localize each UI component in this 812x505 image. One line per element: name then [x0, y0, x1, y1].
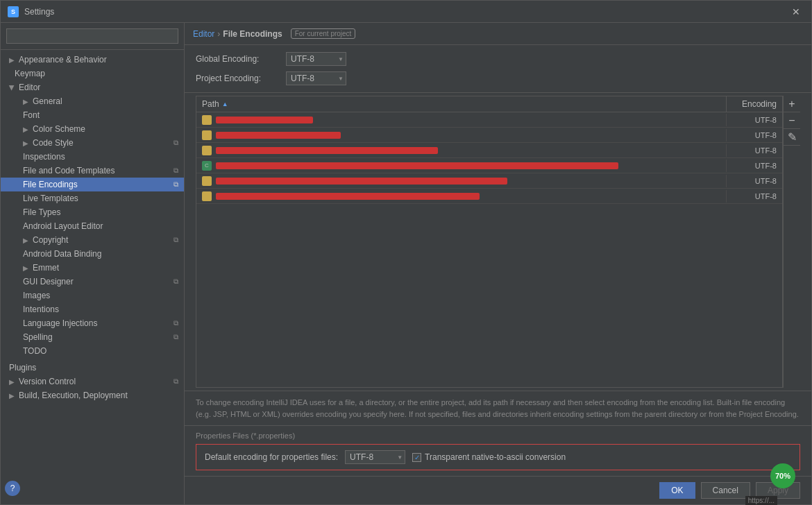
global-encoding-row: Global Encoding: UTF-8 UTF-16 ISO-8859-1 [196, 52, 800, 66]
sidebar-item-copyright[interactable]: ▶ Copyright ⧉ [1, 233, 184, 247]
sidebar-item-font[interactable]: Font [1, 108, 184, 122]
row-path [196, 144, 727, 157]
path-col-label: Path [202, 99, 219, 109]
help-button[interactable]: ? [5, 481, 20, 496]
sidebar-item-color-scheme[interactable]: ▶ Color Scheme [1, 122, 184, 136]
native-to-ascii-checkbox[interactable]: ✓ [412, 453, 421, 462]
row-path [196, 114, 727, 126]
sidebar-item-plugins[interactable]: Plugins [1, 361, 184, 375]
sidebar-item-label: Copyright [33, 235, 68, 245]
window-title: Settings [24, 7, 54, 17]
sidebar-item-keymap[interactable]: Keymap [1, 67, 184, 80]
add-button[interactable]: + [784, 96, 800, 112]
table-row[interactable]: UTF-8 [196, 173, 782, 189]
sidebar-item-general[interactable]: ▶ General [1, 94, 184, 108]
global-encoding-select[interactable]: UTF-8 UTF-16 ISO-8859-1 [286, 52, 346, 66]
breadcrumb-parent[interactable]: Editor [193, 29, 214, 39]
sidebar-item-label: Build, Execution, Deployment [19, 391, 128, 400]
row-encoding: UTF-8 [727, 160, 782, 171]
project-encoding-select[interactable]: UTF-8 UTF-16 ISO-8859-1 [286, 71, 346, 85]
checkbox-wrap: ✓ Transparent native-to-ascii conversion [412, 452, 566, 462]
sidebar-item-label: Color Scheme [33, 124, 85, 134]
row-path [196, 190, 727, 203]
copy-icon: ⧉ [174, 277, 178, 286]
properties-box: Default encoding for properties files: U… [196, 444, 800, 470]
sidebar-item-appearance[interactable]: ▶ Appearance & Behavior [1, 53, 184, 67]
sidebar-item-file-types[interactable]: File Types [1, 205, 184, 219]
sidebar-item-editor[interactable]: ▶ Editor [1, 80, 184, 94]
close-button[interactable]: ✕ [788, 5, 804, 19]
table-row[interactable]: UTF-8 [196, 128, 782, 143]
redacted-path [216, 193, 480, 200]
sidebar-item-code-style[interactable]: ▶ Code Style ⧉ [1, 136, 184, 150]
sidebar-item-label: Spelling [23, 332, 53, 342]
copy-icon: ⧉ [174, 333, 178, 341]
settings-tree: ▶ Appearance & Behavior Keymap ▶ Editor … [1, 50, 184, 482]
redacted-path [216, 117, 313, 123]
redacted-path [216, 178, 507, 185]
info-text: To change encoding IntelliJ IDEA uses fo… [185, 391, 811, 425]
sidebar-item-label: File Encodings [23, 180, 78, 189]
arrow-icon: ▶ [9, 378, 15, 386]
copy-icon: ⧉ [174, 236, 178, 244]
file-rows-container: UTF-8 UTF-8 [196, 112, 782, 387]
row-encoding: UTF-8 [727, 114, 782, 126]
search-input[interactable] [6, 28, 178, 44]
row-encoding: UTF-8 [727, 145, 782, 156]
sidebar-item-android-layout-editor[interactable]: Android Layout Editor [1, 219, 184, 233]
row-path: C [196, 160, 727, 172]
folder-icon [202, 146, 212, 155]
sidebar-item-spelling[interactable]: Spelling ⧉ [1, 330, 184, 344]
ok-button[interactable]: OK [659, 482, 695, 499]
project-encoding-row: Project Encoding: UTF-8 UTF-16 ISO-8859-… [196, 71, 800, 85]
default-encoding-label: Default encoding for properties files: [205, 452, 338, 462]
sidebar-item-android-data-binding[interactable]: Android Data Binding [1, 247, 184, 261]
encoding-col-label: Encoding [742, 99, 777, 109]
breadcrumb: Editor › File Encodings For current proj… [185, 23, 811, 45]
sidebar-item-label: Language Injections [23, 318, 97, 328]
sidebar-item-label: File Types [23, 207, 60, 217]
sidebar-item-label: Emmet [33, 263, 59, 273]
sidebar-item-intentions[interactable]: Intentions [1, 302, 184, 316]
table-row[interactable]: UTF-8 [196, 143, 782, 158]
main-panel: Editor › File Encodings For current proj… [185, 23, 811, 504]
sidebar-item-label: Inspections [23, 152, 65, 162]
sidebar-item-label: TODO [23, 346, 46, 356]
project-badge[interactable]: For current project [291, 28, 356, 39]
status-indicator[interactable]: 70% [770, 463, 795, 488]
global-encoding-select-wrapper: UTF-8 UTF-16 ISO-8859-1 [286, 52, 346, 66]
cancel-button[interactable]: Cancel [701, 482, 750, 499]
sidebar: ▶ Appearance & Behavior Keymap ▶ Editor … [1, 23, 185, 504]
sidebar-item-label: GUI Designer [23, 277, 74, 286]
sidebar-item-label: Intentions [23, 305, 59, 314]
sidebar-item-build-execution[interactable]: ▶ Build, Execution, Deployment [1, 388, 184, 402]
search-box [1, 23, 184, 50]
edit-button[interactable]: ✎ [784, 129, 800, 146]
content-area: ▶ Appearance & Behavior Keymap ▶ Editor … [1, 23, 811, 504]
default-encoding-select[interactable]: UTF-8 UTF-16 ISO-8859-1 [345, 450, 405, 464]
sidebar-item-version-control[interactable]: ▶ Version Control ⧉ [1, 375, 184, 388]
table-row[interactable]: C UTF-8 [196, 158, 782, 173]
sidebar-item-gui-designer[interactable]: GUI Designer ⧉ [1, 275, 184, 289]
sidebar-item-label: Android Layout Editor [23, 221, 103, 231]
sidebar-item-file-encodings[interactable]: File Encodings ⧉ [1, 178, 184, 191]
remove-button[interactable]: − [784, 112, 800, 129]
sidebar-item-todo[interactable]: TODO [1, 344, 184, 358]
folder-icon [202, 191, 212, 201]
row-encoding: UTF-8 [727, 191, 782, 202]
path-header[interactable]: Path ▲ [196, 96, 727, 112]
sidebar-item-emmet[interactable]: ▶ Emmet [1, 261, 184, 275]
table-row[interactable]: UTF-8 [196, 112, 782, 128]
table-row[interactable]: UTF-8 [196, 189, 782, 204]
global-encoding-label: Global Encoding: [196, 54, 279, 64]
arrow-icon: ▶ [23, 139, 28, 147]
sidebar-item-language-injections[interactable]: Language Injections ⧉ [1, 316, 184, 330]
encoding-header[interactable]: Encoding [727, 96, 782, 112]
sidebar-item-inspections[interactable]: Inspections [1, 150, 184, 164]
copy-icon: ⧉ [174, 166, 178, 175]
sidebar-item-label: File and Code Templates [23, 166, 115, 176]
sidebar-item-images[interactable]: Images [1, 289, 184, 302]
row-path [196, 129, 727, 142]
sidebar-item-file-code-templates[interactable]: File and Code Templates ⧉ [1, 164, 184, 178]
sidebar-item-live-templates[interactable]: Live Templates [1, 191, 184, 205]
